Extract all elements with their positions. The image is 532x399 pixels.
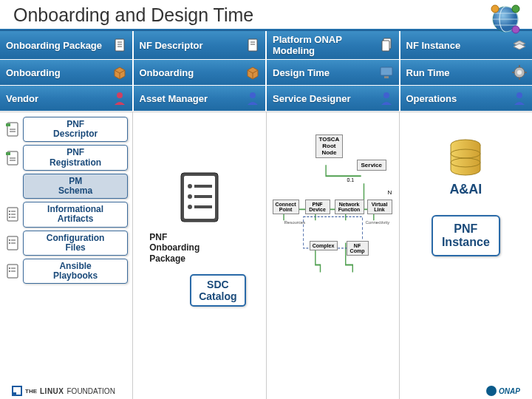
connect-point-node: Connect Point [273, 200, 299, 214]
artifact-informational: Informational Artifacts [4, 202, 128, 227]
artifact-pnf-descriptor: PNF Descriptor [4, 117, 128, 142]
service-node: Service [357, 160, 386, 171]
svg-point-16 [517, 70, 522, 75]
gear-icon [511, 64, 528, 81]
virtual-link-node: Virtual Link [367, 200, 392, 214]
tagged-doc-icon [4, 150, 21, 166]
main-columns: PNF Descriptor PNF Registration PM Schem… [0, 112, 532, 399]
cell-2-2: Service Designer [267, 86, 400, 111]
sdc-catalog-box: SDC Catalog [190, 274, 245, 307]
header-table: Onboarding Package NF Descriptor Platfor… [0, 31, 532, 112]
svg-point-21 [117, 92, 123, 98]
artifact-label: Ansible Playbooks [23, 259, 128, 284]
svg-rect-14 [384, 76, 389, 78]
svg-rect-57 [194, 205, 212, 208]
svg-point-3 [512, 26, 519, 33]
complex-node: Complex [310, 241, 338, 250]
cell-2-0: Vendor [0, 86, 134, 111]
tosca-root-node: TOSCA Root Node [316, 134, 344, 158]
svg-point-48 [9, 270, 10, 272]
artifact-ansible-playbooks: Ansible Playbooks [4, 259, 128, 284]
slide: Onboarding and Design Time Onboarding Pa… [0, 0, 532, 399]
table-row: Onboarding Onboarding Design Time Run Ti… [0, 60, 532, 86]
svg-point-2 [512, 5, 519, 13]
pnf-instance-box: PNF Instance [432, 215, 500, 256]
artifact-label: PNF Registration [23, 145, 128, 170]
cell-1-3: Run Time [400, 60, 533, 85]
person-icon [245, 90, 261, 106]
svg-point-54 [188, 194, 192, 199]
svg-point-34 [9, 211, 10, 212]
document-icon [112, 37, 128, 53]
artifact-label: Informational Artifacts [23, 202, 128, 227]
cell-1-0: Onboarding [0, 60, 134, 85]
cell-2-3: Operations [400, 86, 533, 111]
connectivity-label: Connectivity [366, 220, 390, 225]
svg-point-56 [188, 205, 192, 209]
svg-point-1 [491, 5, 499, 13]
list-doc-icon [4, 235, 21, 251]
list-doc-icon [4, 263, 21, 279]
svg-rect-53 [194, 185, 212, 188]
linux-foundation-logo: THE LINUX FOUNDATION [12, 386, 115, 396]
resources-label: Resources [284, 220, 306, 225]
svg-point-24 [516, 92, 522, 98]
box-icon [245, 64, 261, 81]
cell-0-0: Onboarding Package [0, 31, 134, 59]
svg-rect-8 [248, 39, 257, 51]
svg-rect-4 [115, 39, 124, 51]
artifact-pnf-registration: PNF Registration [4, 145, 128, 170]
svg-rect-55 [194, 195, 212, 198]
svg-point-23 [383, 92, 389, 98]
svg-point-38 [9, 216, 10, 218]
database-icon [449, 139, 482, 176]
box-icon [112, 64, 128, 81]
nf-comp-node: NF Comp [347, 241, 369, 256]
n-label: N [388, 189, 392, 196]
svg-rect-26 [6, 123, 10, 126]
tagged-doc-icon [4, 121, 21, 137]
layer-icon [511, 37, 528, 53]
title-bar: Onboarding and Design Time [0, 0, 532, 29]
svg-point-52 [188, 184, 192, 188]
aai-label: A&AI [449, 182, 482, 197]
person-icon [112, 90, 128, 106]
cell-1-2: Design Time [267, 60, 400, 85]
ratio-label: 0.1 [347, 177, 355, 183]
svg-rect-63 [13, 392, 16, 395]
onap-circle-icon [486, 386, 497, 396]
svg-point-36 [9, 214, 10, 215]
artifact-configuration-files: Configuration Files [4, 231, 128, 256]
document-stack-icon [378, 37, 395, 53]
globe-network-icon [488, 1, 523, 37]
svg-point-46 [9, 267, 10, 269]
svg-rect-12 [382, 41, 389, 51]
svg-rect-13 [381, 67, 392, 75]
package-label: PNF Onboarding Package [149, 232, 200, 264]
cell-0-2: Platform ONAP Modeling [267, 31, 400, 59]
pnf-device-node: PNF Device [305, 200, 330, 214]
table-row: Vendor Asset Manager Service Designer Op… [0, 86, 532, 112]
list-doc-icon [4, 206, 21, 222]
column-nf-descriptor: PNF Onboarding Package SDC Catalog [133, 112, 266, 399]
network-function-node: Network Function [335, 200, 364, 214]
artifact-label: PNF Descriptor [23, 117, 128, 142]
footer: THE LINUX FOUNDATION ONAP [0, 386, 532, 396]
column-nf-instance: A&AI PNF Instance [400, 112, 532, 399]
column-onboarding-package: PNF Descriptor PNF Registration PM Schem… [0, 112, 133, 399]
table-row: Onboarding Package NF Descriptor Platfor… [0, 31, 532, 60]
svg-point-43 [9, 242, 10, 244]
monitor-icon [378, 64, 395, 81]
column-platform-modeling: TOSCA Root Node Service 0.1 N Connect Po… [267, 112, 400, 399]
svg-point-22 [250, 92, 256, 98]
package-document-icon [174, 168, 225, 228]
person-icon [378, 90, 395, 106]
cell-1-1: Onboarding [134, 60, 267, 85]
artifact-pm-schema: PM Schema [4, 174, 128, 199]
onap-logo: ONAP [486, 386, 520, 396]
cell-0-1: NF Descriptor [134, 31, 267, 59]
svg-point-41 [9, 239, 10, 241]
person-icon [511, 90, 528, 106]
artifact-label: PM Schema [23, 174, 128, 199]
document-icon [245, 37, 261, 53]
